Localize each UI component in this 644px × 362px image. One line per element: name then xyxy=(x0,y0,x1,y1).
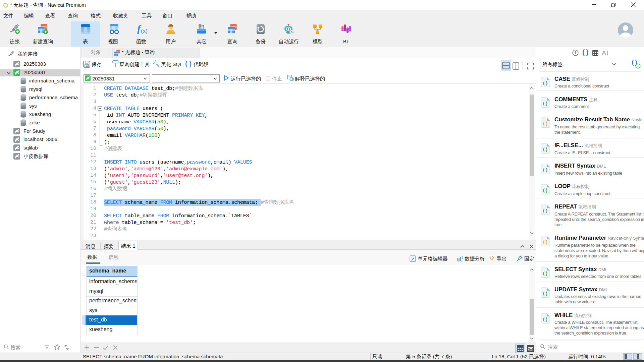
svg-text:(x): (x) xyxy=(141,28,148,34)
